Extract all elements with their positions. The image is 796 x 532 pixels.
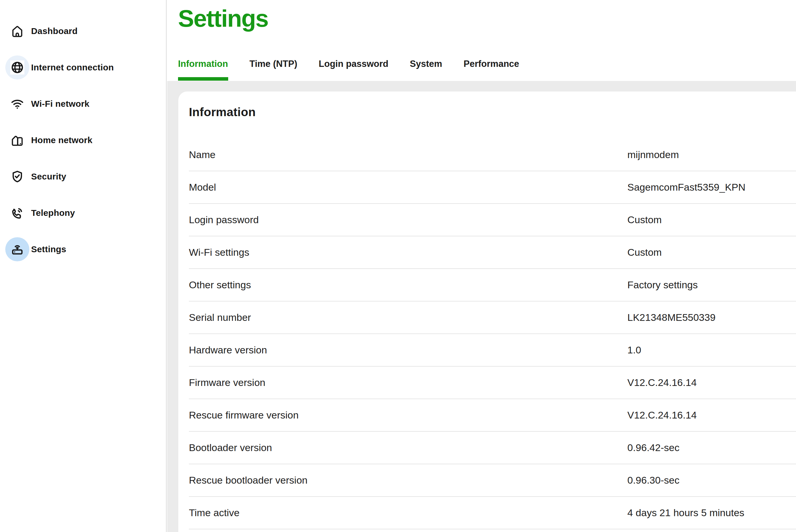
home-network-icon (5, 128, 29, 152)
table-row: Rescue firmware version V12.C.24.16.14 (189, 399, 796, 432)
tab-system[interactable]: System (410, 59, 442, 81)
main-area: Settings Information Time (NTP) Login pa… (167, 0, 796, 532)
row-value: SagemcomFast5359_KPN (627, 182, 796, 193)
row-label: Time active (189, 507, 627, 518)
table-row: Other settings Factory settings (189, 269, 796, 302)
content-area: Information Name mijnmodem Model Sagemco… (167, 81, 796, 532)
card-heading: Information (189, 105, 796, 119)
tab-bar: Information Time (NTP) Login password Sy… (178, 59, 519, 81)
row-value: 1.0 (627, 344, 796, 356)
sidebar-item-label: Internet connection (31, 62, 114, 73)
sidebar-item-settings[interactable]: Settings (0, 231, 166, 267)
row-value: mijnmodem (627, 149, 796, 160)
home-icon (5, 19, 29, 43)
row-label: Name (189, 149, 627, 160)
information-card: Information Name mijnmodem Model Sagemco… (178, 92, 796, 532)
table-row: Model SagemcomFast5359_KPN (189, 171, 796, 204)
row-value: V12.C.24.16.14 (627, 377, 796, 388)
row-value: 4 days 21 hours 5 minutes (627, 507, 796, 518)
row-value: V12.C.24.16.14 (627, 410, 796, 421)
sidebar-item-dashboard[interactable]: Dashboard (0, 13, 166, 49)
table-row: Serial number LK21348ME550339 (189, 302, 796, 334)
info-rows: Name mijnmodem Model SagemcomFast5359_KP… (189, 139, 796, 529)
row-label: Bootloader version (189, 442, 627, 453)
sidebar-item-label: Security (31, 172, 66, 182)
shield-check-icon (5, 165, 29, 189)
row-value: 0.96.42-sec (627, 442, 796, 453)
row-value: LK21348ME550339 (627, 312, 796, 323)
tab-information[interactable]: Information (178, 59, 228, 81)
wifi-icon (5, 92, 29, 116)
row-label: Wi-Fi settings (189, 247, 627, 258)
sidebar-item-label: Wi-Fi network (31, 99, 90, 109)
row-label: Serial number (189, 312, 627, 323)
row-value: Custom (627, 247, 796, 258)
row-value: 0.96.30-sec (627, 475, 796, 486)
globe-icon (5, 55, 29, 79)
sidebar-item-internet-connection[interactable]: Internet connection (0, 49, 166, 86)
sidebar-item-label: Home network (31, 135, 92, 145)
row-value: Custom (627, 214, 796, 226)
row-label: Other settings (189, 279, 627, 291)
sidebar-item-label: Dashboard (31, 26, 78, 36)
tab-performance[interactable]: Performance (464, 59, 519, 81)
table-row: Name mijnmodem (189, 139, 796, 171)
table-row: Firmware version V12.C.24.16.14 (189, 366, 796, 399)
sidebar-item-home-network[interactable]: Home network (0, 122, 166, 158)
row-label: Model (189, 182, 627, 193)
modem-icon (5, 237, 29, 261)
row-label: Firmware version (189, 377, 627, 388)
row-label: Rescue firmware version (189, 410, 627, 421)
table-row: Time active 4 days 21 hours 5 minutes (189, 497, 796, 529)
sidebar-item-wifi-network[interactable]: Wi-Fi network (0, 86, 166, 122)
row-label: Login password (189, 214, 627, 226)
page-title: Settings (178, 4, 268, 33)
row-label: Rescue bootloader version (189, 475, 627, 486)
table-row: Wi-Fi settings Custom (189, 236, 796, 269)
tab-login-password[interactable]: Login password (319, 59, 388, 81)
sidebar-item-label: Settings (31, 244, 66, 254)
row-value: Factory settings (627, 279, 796, 291)
tab-time-ntp[interactable]: Time (NTP) (250, 59, 298, 81)
sidebar-item-label: Telephony (31, 208, 75, 218)
table-row: Login password Custom (189, 204, 796, 236)
sidebar-item-telephony[interactable]: Telephony (0, 195, 166, 231)
table-row: Hardware version 1.0 (189, 334, 796, 366)
phone-signal-icon (5, 201, 29, 225)
sidebar: Dashboard Internet connection Wi-Fi netw… (0, 0, 167, 532)
row-label: Hardware version (189, 344, 627, 356)
table-row: Rescue bootloader version 0.96.30-sec (189, 464, 796, 497)
table-row: Bootloader version 0.96.42-sec (189, 432, 796, 464)
sidebar-item-security[interactable]: Security (0, 158, 166, 195)
